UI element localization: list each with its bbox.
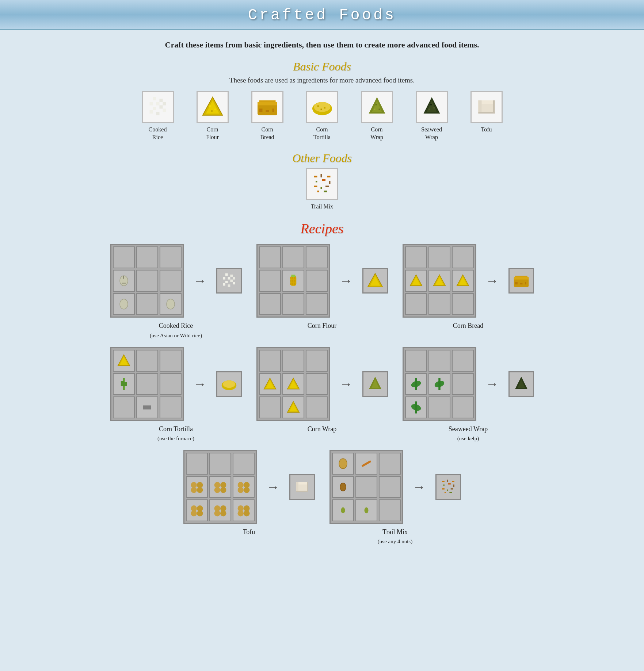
- food-item-seaweed-wrap: SeaweedWrap: [410, 91, 454, 141]
- food-item-corn-bread: CornBread: [245, 91, 289, 141]
- svg-point-147: [340, 483, 346, 491]
- svg-point-56: [167, 299, 175, 310]
- svg-rect-18: [259, 109, 262, 112]
- food-icon-trail-mix: [306, 168, 338, 200]
- arrow-corn-flour: →: [337, 273, 356, 288]
- svg-point-118: [191, 487, 197, 493]
- svg-point-149: [364, 507, 368, 514]
- svg-point-127: [244, 487, 250, 493]
- svg-rect-73: [292, 280, 293, 282]
- recipe-label-corn-tortilla: Corn Tortilla(use the furnace): [157, 425, 194, 443]
- svg-rect-159: [444, 492, 445, 493]
- food-label-trail-mix: Trail Mix: [311, 203, 333, 211]
- svg-rect-60: [228, 277, 230, 280]
- recipes-grid-row3: → Tofu: [30, 450, 614, 546]
- svg-rect-3: [156, 102, 159, 106]
- svg-rect-59: [223, 277, 225, 280]
- food-label-seaweed-wrap: SeaweedWrap: [421, 126, 442, 141]
- svg-rect-69: [290, 277, 291, 279]
- arrow-corn-bread: →: [483, 273, 502, 288]
- svg-point-55: [120, 299, 128, 310]
- recipe-trail-mix: → Trail Mix(use any 4 nuts): [329, 450, 461, 546]
- svg-rect-143: [296, 491, 308, 492]
- svg-rect-151: [447, 480, 448, 482]
- svg-point-138: [237, 510, 244, 517]
- food-label-corn-wrap: CornWrap: [370, 126, 383, 141]
- recipe-row-seaweed-wrap: →: [403, 347, 534, 421]
- svg-rect-48: [320, 187, 322, 189]
- svg-rect-2: [149, 102, 153, 106]
- food-label-cooked-rice: CookedRice: [149, 126, 167, 141]
- svg-rect-75: [290, 283, 291, 285]
- craft-grid-corn-tortilla: [110, 347, 184, 421]
- recipe-label-corn-wrap: Corn Wrap: [308, 425, 336, 434]
- svg-point-119: [197, 487, 203, 493]
- basic-foods-title: Basic Foods: [0, 60, 644, 73]
- svg-rect-146: [361, 460, 371, 467]
- svg-rect-90: [520, 283, 522, 284]
- svg-rect-57: [225, 273, 228, 276]
- svg-rect-14: [211, 110, 213, 112]
- food-icon-corn-wrap: [361, 91, 393, 123]
- craft-grid-trail-mix: [329, 450, 403, 524]
- result-seaweed-wrap: [508, 371, 534, 397]
- food-icon-seaweed-wrap: [416, 91, 448, 123]
- craft-grid-corn-wrap: [256, 347, 330, 421]
- food-item-corn-flour: CornFlour: [191, 91, 235, 141]
- svg-rect-49: [325, 185, 329, 187]
- recipe-corn-wrap: → Corn Wrap: [256, 347, 388, 443]
- svg-rect-152: [452, 481, 454, 482]
- svg-rect-19: [266, 110, 269, 112]
- food-icon-corn-tortilla: [306, 91, 338, 123]
- recipe-label-trail-mix: Trail Mix(use any 4 nuts): [378, 528, 412, 546]
- other-foods-title: Other Foods: [0, 152, 644, 165]
- svg-rect-157: [447, 490, 448, 491]
- svg-rect-33: [430, 104, 432, 106]
- svg-rect-111: [438, 378, 441, 390]
- recipe-cooked-rice: → Cooked Rice(use Asian or Wild rice): [110, 244, 242, 340]
- svg-rect-7: [149, 110, 153, 114]
- recipe-row-corn-tortilla: →: [110, 347, 242, 421]
- food-item-trail-mix: Trail Mix: [300, 168, 344, 211]
- recipes-grid-row2: → Corn Tortilla(use the furnace): [30, 347, 614, 443]
- food-icon-cooked-rice: [142, 91, 174, 123]
- svg-rect-109: [415, 378, 417, 390]
- svg-rect-58: [230, 275, 233, 277]
- svg-rect-13: [214, 109, 216, 111]
- svg-rect-156: [442, 488, 445, 490]
- svg-rect-43: [327, 176, 330, 177]
- svg-rect-24: [324, 107, 325, 109]
- food-item-tofu: Tofu: [465, 91, 508, 141]
- svg-rect-64: [223, 283, 225, 286]
- svg-point-126: [237, 487, 244, 493]
- page-subtitle: Craft these items from basic ingredients…: [0, 40, 644, 50]
- basic-foods-desc: These foods are used as ingredients for …: [0, 76, 644, 84]
- svg-point-139: [244, 510, 250, 517]
- food-icon-corn-flour: [197, 91, 229, 123]
- food-item-cooked-rice: CookedRice: [136, 91, 180, 141]
- result-corn-tortilla: [216, 371, 242, 397]
- recipe-corn-bread: → Corn Bread: [403, 244, 534, 340]
- food-item-corn-tortilla: CornTortilla: [300, 91, 344, 141]
- arrow-cooked-rice: →: [191, 273, 210, 288]
- svg-rect-72: [290, 280, 291, 282]
- svg-rect-39: [478, 112, 495, 114]
- svg-rect-65: [228, 285, 230, 287]
- svg-rect-62: [225, 281, 228, 283]
- svg-rect-12: [209, 106, 211, 107]
- svg-rect-63: [230, 280, 233, 282]
- svg-point-135: [220, 510, 226, 517]
- page-title: Crafted Foods: [0, 7, 644, 24]
- food-label-corn-flour: CornFlour: [206, 126, 219, 141]
- food-icon-corn-bread: [251, 91, 283, 123]
- arrow-corn-wrap: →: [337, 376, 356, 392]
- recipe-label-corn-flour: Corn Flour: [308, 321, 337, 330]
- svg-rect-46: [329, 181, 331, 184]
- svg-rect-153: [443, 484, 444, 486]
- craft-grid-cooked-rice: [110, 244, 184, 318]
- svg-rect-76: [292, 283, 293, 285]
- svg-point-122: [214, 487, 220, 493]
- result-corn-flour: [362, 268, 388, 294]
- svg-rect-42: [320, 174, 322, 177]
- result-tofu: [289, 474, 315, 500]
